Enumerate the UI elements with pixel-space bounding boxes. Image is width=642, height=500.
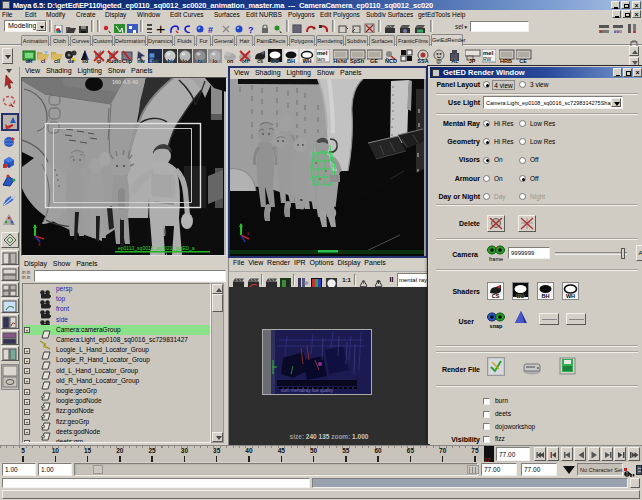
svg-text:ep0110_sq0012_sc0020_getED_a: ep0110_sq0012_sc0020_getED_a xyxy=(118,245,195,251)
svg-text:RW: RW xyxy=(483,56,492,62)
svg-text:lam: lam xyxy=(317,56,325,62)
svg-text:160 4.5 40: 160 4.5 40 xyxy=(112,79,138,85)
svg-text:sum mentalray liue quality: sum mentalray liue quality xyxy=(281,388,334,393)
